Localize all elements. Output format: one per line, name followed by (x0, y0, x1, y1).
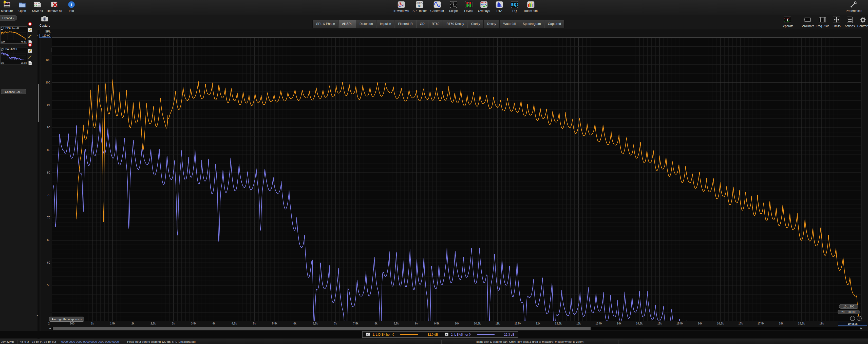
delete-icon[interactable] (28, 42, 32, 47)
tab-all-spl[interactable]: All SPL (339, 20, 356, 28)
toolbar-label: Levels (464, 9, 473, 13)
toolbar-rta-button[interactable]: RTA (494, 1, 505, 13)
capture-button[interactable]: Capture (38, 15, 51, 27)
toolbar-controls-button[interactable]: Controls (858, 16, 868, 28)
toolbar-levels-button[interactable]: 036Levels (463, 1, 474, 13)
measurement-item-1[interactable]: 1L DISK hor -060020,0k (1, 26, 27, 44)
toolbar-freq-axis-button[interactable]: Freq. Axis (816, 16, 829, 28)
trace-visible-checkbox[interactable]: ✓ (445, 333, 448, 336)
toolbar-spl-meter-button[interactable]: dB SPL83SPL meter (412, 1, 427, 13)
tab-spectrogram[interactable]: Spectrogram (519, 20, 545, 28)
measurement-range-low: 20 (1, 61, 4, 64)
x-tick-label: 5k (247, 322, 262, 325)
toolbar-actions-button[interactable]: Actions (845, 16, 855, 28)
camera-icon (41, 15, 49, 23)
sidebar-scrollbar-thumb[interactable] (38, 84, 39, 122)
preferences-label: Preferences (846, 9, 862, 13)
trace-icon[interactable] (28, 34, 32, 38)
y-tick-label: 105 (37, 58, 50, 61)
toolbar-scope-button[interactable]: Scope (448, 1, 459, 13)
y-tick-label: 75 (37, 194, 50, 197)
spl-plot[interactable] (52, 37, 861, 321)
measurement-item-2[interactable]: 2L BAS hor 02020,0k (1, 47, 27, 64)
toolbar-generator-button[interactable]: Generator (430, 1, 444, 13)
y-axis-max-input[interactable]: 110,00 (39, 34, 51, 37)
toolbar-limits-button[interactable]: Limits (832, 16, 842, 28)
x-tick-label: 16,5k (713, 322, 728, 325)
tab-waterfall[interactable]: Waterfall (500, 20, 519, 28)
sidebar-scrollbar[interactable] (37, 30, 39, 343)
tab-captured[interactable]: Captured (545, 20, 564, 28)
toolbar-separate-button[interactable]: Separate (782, 16, 793, 28)
trace-icon[interactable] (28, 55, 32, 59)
limits-icon (833, 16, 841, 24)
tab-filtered-ir[interactable]: Filtered IR (395, 20, 416, 28)
x-axis-max-input[interactable]: 19,982k (838, 322, 867, 326)
zoom-out-x-button[interactable]: − (850, 316, 855, 321)
toolbar-label: Scrollbars (801, 24, 814, 28)
toolbar-info-button[interactable]: iInfo (66, 1, 77, 13)
mouse-hint-status: Right click & drag to pan; Ctrl+Right cl… (444, 339, 616, 344)
x-axis-scrollbar[interactable] (52, 327, 860, 330)
toolbar-ir-windows-button[interactable]: IR windows (394, 1, 409, 13)
delete-icon[interactable] (28, 22, 32, 26)
tab-distortion[interactable]: Distortion (356, 20, 376, 28)
pencil-icon[interactable] (28, 28, 32, 32)
scroll-right-icon[interactable]: ▶ (860, 327, 862, 329)
x-tick-label: 2 (41, 322, 57, 325)
measurement-actions (28, 42, 32, 65)
svg-text:3: 3 (468, 4, 469, 5)
axis-collapse-down-icon[interactable]: ▼ (36, 315, 38, 317)
toolbar-label: Separate (782, 24, 794, 28)
toolbar-label: Open (19, 9, 26, 13)
toolbar-label: Save all (32, 9, 43, 13)
tab-rt60-decay[interactable]: RT60 Decay (443, 20, 467, 28)
freq-range-20-20000-button[interactable]: 20 .. 20 000 (838, 310, 860, 314)
svg-text:dB SPL: dB SPL (416, 2, 423, 4)
toolbar-measure-button[interactable]: Measure (1, 1, 13, 13)
tab-clarity[interactable]: Clarity (467, 20, 484, 28)
x-tick-label: 2k (125, 322, 141, 325)
preferences-button[interactable]: Preferences (846, 1, 862, 13)
toolbar-open-button[interactable]: Open (17, 1, 28, 13)
input-level-digits: 0000 0000 0000 0000 0000 0000 0000 0000 (61, 339, 119, 344)
x-tick-label: 15k (652, 322, 667, 325)
toolbar-save-all-button[interactable]: Save all (32, 1, 43, 13)
graph-toolbar-group: SeparateScrollbarsFreq. AxisLimitsAction… (782, 16, 868, 28)
notes-icon[interactable] (28, 61, 32, 65)
toolbar-room-sim-button[interactable]: Room sim (524, 1, 538, 13)
preferences-wrench-icon (850, 1, 858, 9)
toolbar-scrollbars-button[interactable]: Scrollbars (801, 16, 813, 28)
capture-label: Capture (39, 24, 51, 27)
ir-windows-icon (397, 1, 405, 9)
toolbar-overlays-button[interactable]: Overlays (478, 1, 490, 13)
x-axis-scrollbar-thumb[interactable] (53, 327, 591, 330)
average-responses-button[interactable]: Average the responses (49, 317, 84, 322)
expand-label: Expand (2, 17, 12, 20)
freq-range-10-200-button[interactable]: 10 .. 200 (839, 304, 858, 309)
y-tick-label: 65 (37, 238, 50, 241)
generator-icon (433, 1, 441, 9)
tab-decay[interactable]: Decay (484, 20, 500, 28)
x-tick-label: 13,5k (591, 322, 606, 325)
x-tick-label: 9,5k (429, 322, 444, 325)
tab-impulse[interactable]: Impulse (376, 20, 395, 28)
expand-panel-button[interactable]: Expand » (0, 15, 17, 21)
zoom-in-x-button[interactable]: + (857, 316, 862, 321)
measurement-title: 1L DISK hor -0 (1, 27, 27, 30)
tab-gd[interactable]: GD (416, 20, 428, 28)
axis-collapse-up-icon[interactable]: ▲ (36, 34, 38, 37)
main-toolbar-group: MeasureOpenSave allRemove alliInfo (1, 1, 77, 13)
measurement-actions (28, 22, 32, 45)
pencil-icon[interactable] (28, 49, 32, 53)
toolbar-label: Actions (845, 24, 855, 28)
toolbar-eq-button[interactable]: EQEQ (509, 1, 520, 13)
trace-visible-checkbox[interactable]: ✓ (366, 333, 370, 336)
measurement-thumbnail (1, 51, 26, 60)
spl-plot-svg[interactable] (52, 37, 861, 321)
scroll-left-icon[interactable]: ◀ (49, 327, 51, 329)
toolbar-remove-all-button[interactable]: Remove all (47, 1, 62, 13)
tab-rt60[interactable]: RT60 (428, 20, 443, 28)
change-cal-button[interactable]: Change Cal... (1, 89, 26, 94)
tab-spl-phase[interactable]: SPL & Phase (313, 20, 339, 28)
